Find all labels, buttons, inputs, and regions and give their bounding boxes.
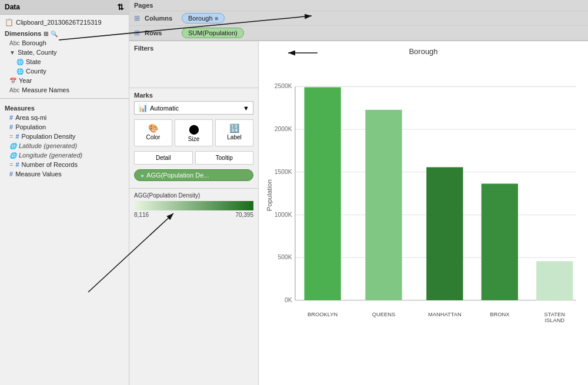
pill-filter-icon: ≡ bbox=[215, 15, 219, 22]
agg-population-label: AGG(Population De... bbox=[146, 172, 209, 179]
main-area: Pages ⊞ Columns Borough ≡ ⊞ Rows SUM(Pop… bbox=[129, 0, 588, 385]
rows-label: Rows bbox=[145, 29, 177, 36]
marks-tooltip-btn[interactable]: Tooltip bbox=[195, 151, 254, 165]
y-tick-2000k: 2000K bbox=[275, 126, 292, 132]
pages-label: Pages bbox=[134, 2, 166, 9]
measure-measure-values[interactable]: # Measure Values bbox=[0, 169, 129, 179]
measure-pop-density[interactable]: = # Population Density bbox=[0, 132, 129, 141]
y-tick-500k: 500K bbox=[278, 254, 292, 260]
hash-eq-icon-pop-density: = bbox=[9, 133, 13, 140]
rows-sum-population-pill[interactable]: SUM(Population) bbox=[182, 28, 244, 38]
marks-color-label: Color bbox=[146, 134, 161, 140]
color-gradient bbox=[134, 201, 253, 210]
bar-staten-island[interactable] bbox=[536, 261, 573, 300]
color-scale-range: 8,116 70,395 bbox=[134, 212, 253, 218]
marks-label-btn[interactable]: 🔢 Label bbox=[215, 119, 253, 146]
marks-size-btn[interactable]: ⬤ Size bbox=[175, 119, 213, 146]
marks-extra-grid: Detail Tooltip bbox=[134, 151, 253, 165]
dimensions-icon-grid[interactable]: ⊞ bbox=[44, 31, 48, 37]
marks-dropdown-arrow: ▼ bbox=[243, 105, 249, 112]
label-icon: 🔢 bbox=[229, 123, 239, 133]
y-tick-2500k: 2500K bbox=[275, 83, 292, 90]
y-axis-label: Population bbox=[266, 179, 273, 211]
marks-size-label: Size bbox=[188, 136, 199, 142]
measures-label: Measures bbox=[5, 105, 35, 112]
geo-icon-county: 🌐 bbox=[16, 68, 24, 75]
abc-icon-measure-names: Abc bbox=[9, 87, 19, 93]
marks-buttons-grid: 🎨 Color ⬤ Size 🔢 Label bbox=[134, 119, 253, 146]
agg-dot-icon: ● bbox=[141, 172, 144, 179]
measure-latitude[interactable]: 🌐 Latitude (generated) bbox=[0, 141, 129, 150]
measure-measure-values-label: Measure Values bbox=[15, 170, 62, 178]
dimensions-search-icon[interactable]: 🔍 bbox=[51, 31, 58, 37]
measure-area-label: Area sq-mi bbox=[15, 114, 46, 121]
geo-icon-state: 🌐 bbox=[16, 59, 24, 65]
marks-type-dropdown[interactable]: 📊 Automatic ▼ bbox=[134, 101, 253, 115]
bar-brooklyn[interactable] bbox=[305, 87, 341, 300]
dim-measure-names[interactable]: Abc Measure Names bbox=[0, 85, 129, 95]
marks-color-btn[interactable]: 🎨 Color bbox=[134, 119, 172, 146]
bar-chart-icon: 📊 bbox=[138, 103, 148, 112]
chart-title: Borough bbox=[265, 47, 582, 56]
dim-county[interactable]: 🌐 County bbox=[0, 66, 129, 76]
hash-icon-area: # bbox=[9, 114, 13, 121]
hash-icon-measure-values: # bbox=[9, 170, 13, 178]
dim-state[interactable]: 🌐 State bbox=[0, 57, 129, 66]
data-source-item[interactable]: 📋 Clipboard_20130626T215319 bbox=[0, 15, 129, 28]
tree-expander-state-county[interactable]: ▼ bbox=[9, 49, 15, 56]
date-icon-year: 📅 bbox=[9, 78, 16, 84]
datasource-label: Clipboard_20130626T215319 bbox=[16, 19, 102, 26]
columns-grid-icon: ⊞ bbox=[134, 14, 140, 22]
sort-icon[interactable]: ⇅ bbox=[117, 2, 124, 12]
dim-year-label: Year bbox=[19, 77, 32, 84]
bar-bronx[interactable] bbox=[482, 184, 518, 300]
dim-borough-label: Borough bbox=[22, 39, 46, 46]
color-scale-min: 8,116 bbox=[134, 212, 149, 218]
dim-state-county-label: State, County bbox=[18, 49, 57, 56]
marks-label: Marks bbox=[134, 92, 253, 99]
y-tick-1000k: 1000K bbox=[275, 212, 292, 218]
marks-tooltip-label: Tooltip bbox=[216, 155, 233, 161]
marks-label-label: Label bbox=[227, 134, 241, 140]
measure-population[interactable]: # Population bbox=[0, 122, 129, 132]
geo-icon-latitude: 🌐 bbox=[9, 143, 16, 149]
bar-label-queens: QUEENS bbox=[372, 312, 395, 317]
measure-area[interactable]: # Area sq-mi bbox=[0, 113, 129, 122]
dimensions-label: Dimensions bbox=[5, 30, 41, 37]
measure-longitude[interactable]: 🌐 Longitude (generated) bbox=[0, 150, 129, 160]
datasource-icon: 📋 bbox=[5, 18, 14, 26]
agg-population-pill[interactable]: ● AGG(Population De... bbox=[134, 169, 253, 181]
data-panel-header: Data ⇅ bbox=[0, 0, 129, 15]
dim-state-label: State bbox=[26, 58, 41, 65]
dim-borough[interactable]: Abc Borough bbox=[0, 38, 129, 48]
bar-queens[interactable] bbox=[365, 110, 402, 300]
data-panel: Data ⇅ 📋 Clipboard_20130626T215319 Dimen… bbox=[0, 0, 129, 385]
dimensions-section-title: Dimensions ⊞ 🔍 bbox=[0, 28, 129, 38]
columns-borough-pill[interactable]: Borough ≡ bbox=[182, 13, 225, 24]
dim-year[interactable]: 📅 Year bbox=[0, 76, 129, 85]
bar-label-staten-island-1: STATEN bbox=[544, 312, 565, 317]
measure-num-records[interactable]: = # Number of Records bbox=[0, 160, 129, 169]
y-tick-1500k: 1500K bbox=[275, 169, 292, 175]
bar-chart-svg: 2500K 2000K 1500K 1000K 500K 0K Populati… bbox=[265, 61, 582, 354]
measure-pop-density-label: Population Density bbox=[22, 133, 76, 140]
config-panel: Filters Marks 📊 Automatic ▼ 🎨 Color bbox=[129, 41, 259, 385]
abc-icon-borough: Abc bbox=[9, 40, 19, 46]
header-area: Pages ⊞ Columns Borough ≡ ⊞ Rows SUM(Pop… bbox=[129, 0, 588, 41]
dim-state-county[interactable]: ▼ State, County bbox=[0, 48, 129, 57]
dim-measure-names-label: Measure Names bbox=[22, 86, 69, 93]
hash-icon-num-records: # bbox=[15, 161, 19, 168]
marks-detail-btn[interactable]: Detail bbox=[134, 151, 193, 165]
measure-longitude-label: Longitude (generated) bbox=[19, 152, 82, 159]
measure-num-records-label: Number of Records bbox=[22, 161, 78, 168]
bar-manhattan[interactable] bbox=[426, 167, 463, 300]
hash-eq-icon-num-records: = bbox=[9, 161, 13, 168]
rows-shelf-row: ⊞ Rows SUM(Population) bbox=[129, 26, 588, 41]
columns-borough-pill-label: Borough bbox=[188, 15, 213, 22]
marks-dropdown-label: Automatic bbox=[150, 105, 179, 112]
chart-area: Borough 2500K 2000K 1500K 1000K 500K 0K … bbox=[259, 41, 588, 385]
hash-icon-pop-density: # bbox=[15, 133, 19, 140]
color-scale-label: AGG(Population Density) bbox=[134, 192, 253, 199]
color-icon: 🎨 bbox=[148, 123, 158, 133]
filters-section: Filters bbox=[129, 41, 258, 88]
